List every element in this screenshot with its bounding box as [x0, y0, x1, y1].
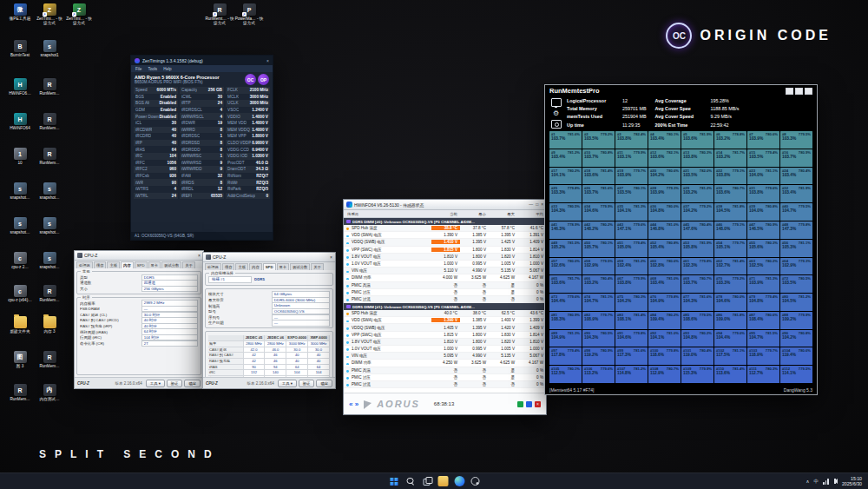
minimize-icon[interactable] — [786, 88, 793, 95]
maximize-icon[interactable] — [795, 88, 803, 95]
gear-icon[interactable]: ⚙ — [552, 109, 561, 117]
sensor-row[interactable]: PMIC 过压否否是0 % — [344, 374, 546, 381]
status-ok-icon[interactable] — [517, 401, 523, 407]
sensor-row[interactable]: VDD (SWA) 电压1.390 V1.385 V1.395 V1.391 V — [344, 232, 546, 239]
sensor-row[interactable]: VDD (SWA) 电压1.390 V1.385 V1.400 V1.399 V — [344, 317, 546, 324]
column-header-1[interactable]: 当前 — [431, 212, 460, 216]
tab-2[interactable]: 主板 — [235, 263, 248, 270]
close-icon[interactable]: × — [198, 253, 201, 258]
tab-1[interactable]: 缓存 — [94, 261, 107, 268]
sensor-row[interactable]: VDDQ (SWB) 电压1.405 V1.395 V1.420 V1.409 … — [344, 324, 546, 331]
column-header-2[interactable]: 最小 — [460, 212, 489, 216]
tab-6[interactable]: 测试分数 — [290, 263, 310, 270]
tools-button[interactable]: 工具 ▾ — [146, 380, 165, 387]
desktop-icon[interactable]: HHWiNFO6… — [5, 78, 35, 96]
sensor-section-header[interactable]: DDR5 DIMM [#0]: Unknown OCK603056Q-VS [P… — [344, 218, 546, 225]
desktop-icon[interactable]: ssnapshot1 — [35, 40, 64, 57]
edge-icon[interactable] — [455, 476, 465, 486]
desktop-icon[interactable]: ssnapshot… — [35, 182, 64, 200]
desktop-icon[interactable]: BBurnInTest — [5, 40, 35, 57]
sensor-row[interactable]: VIN 电压5.095 V4.990 V5.135 V5.067 V — [344, 353, 546, 360]
sensor-row[interactable]: VPP (SWC) 电压1.815 V1.800 V1.830 V1.814 V — [344, 247, 546, 254]
desktop-icon[interactable]: ssnapshot… — [5, 217, 35, 235]
sensor-row[interactable]: VPP (SWC) 电压1.815 V1.800 V1.830 V1.814 V — [344, 332, 546, 339]
tab-6[interactable]: 测试分数 — [161, 261, 181, 268]
desktop-icon[interactable]: Z↗ZenTimi… - 快捷方式 — [64, 3, 94, 26]
tab-5[interactable]: 显卡 — [148, 261, 161, 268]
desktop-icon[interactable]: RRunMem… — [35, 351, 64, 368]
cpuz-titlebar[interactable]: CPU-Z × — [203, 253, 335, 262]
close-icon[interactable]: × — [541, 202, 543, 207]
desktop-icon[interactable]: 110 — [5, 148, 35, 165]
ok-button[interactable]: 确定 — [184, 380, 201, 387]
sensor-row[interactable]: PMIC 过流否否否0 % — [344, 296, 546, 303]
tab-3[interactable]: 内存 — [249, 263, 262, 270]
desktop-icon[interactable]: ssnapshot… — [5, 182, 35, 200]
tab-4[interactable]: SPD — [263, 263, 276, 270]
close-icon[interactable]: × — [535, 401, 541, 407]
desktop-icon[interactable]: R↗RunMemt… - 快捷方式 — [205, 3, 234, 26]
desktop-icon[interactable]: ssnapshot… — [35, 252, 64, 269]
start-icon[interactable] — [389, 476, 399, 486]
column-header-3[interactable]: 最大 — [489, 212, 517, 216]
sensor-row[interactable]: PMIC 高温否否是0 % — [344, 282, 546, 289]
desktop-icon[interactable]: ccpu-z (x64)… — [5, 285, 35, 302]
sensor-row[interactable]: PMIC 过流否否否0 % — [344, 381, 546, 388]
desktop-icon[interactable]: 新建文件夹 — [5, 316, 35, 334]
tab-4[interactable]: SPD — [135, 261, 148, 268]
hwinfo-titlebar[interactable]: HWiNFO64 V6.26-5130 - 传感器状态 — □ × — [344, 200, 546, 210]
tab-0[interactable]: 处理器 — [76, 261, 93, 268]
desktop-icon[interactable]: 微微PE工具箱 — [5, 3, 35, 21]
menu-item-help[interactable]: Help — [163, 67, 171, 71]
tab-1[interactable]: 缓存 — [222, 263, 235, 270]
desktop-icon[interactable]: RRunMem… — [5, 384, 35, 401]
ok-button[interactable]: 确定 — [316, 380, 332, 387]
sensor-row[interactable]: DIMM 功率4.000 W3.625 W4.625 W4.167 W — [344, 274, 546, 281]
sensor-row[interactable]: SPD Hub 温度40.0 °C38.0 °C62.5 °C43.6 °C — [344, 310, 546, 317]
sensor-row[interactable]: PMIC 过压否否是0 % — [344, 289, 546, 296]
tab-0[interactable]: 处理器 — [205, 263, 221, 270]
sensor-row[interactable]: 1.0V VOUT 电压1.000 V0.995 V1.005 V1.000 V — [344, 346, 546, 353]
tab-7[interactable]: 关于 — [311, 263, 324, 270]
menu-item-file[interactable]: File — [135, 67, 141, 71]
desktop-icon[interactable]: ssnapshot… — [35, 217, 64, 235]
tray-chevron-icon[interactable]: ∧ — [806, 479, 810, 484]
desktop-icon[interactable]: RRunMem… — [35, 285, 64, 302]
desktop-icon[interactable]: 内内存测试… — [35, 384, 64, 401]
taskview-icon[interactable] — [422, 476, 432, 486]
cpuz-titlebar[interactable]: CPU-Z × — [75, 251, 203, 261]
desktop-icon[interactable]: RRunMem… — [35, 113, 64, 130]
expand-arrows-icon[interactable]: « » — [349, 400, 358, 408]
desktop-icon[interactable]: HHWiNFO64 — [5, 113, 35, 130]
tab-5[interactable]: 显卡 — [277, 263, 290, 270]
menu-item-tools[interactable]: Tools — [148, 67, 157, 71]
sensor-row[interactable]: 1.8V VOUT 电压1.810 V1.800 V1.820 V1.810 V — [344, 254, 546, 261]
maximize-icon[interactable]: □ — [536, 202, 538, 207]
column-header-0[interactable]: 传感器 — [344, 212, 431, 216]
desktop-icon[interactable]: ccpu-z 2… — [5, 252, 35, 269]
sensor-row[interactable]: 1.8V VOUT 电压1.810 V1.800 V1.820 V1.810 V — [344, 339, 546, 346]
clock[interactable]: 15:10 2025/6/30 — [842, 476, 862, 486]
search-icon[interactable] — [405, 476, 416, 486]
ime-indicator[interactable]: 中 — [814, 479, 819, 485]
desktop-icon[interactable]: 图图 3 — [5, 351, 35, 368]
volume-icon[interactable] — [834, 479, 838, 484]
desktop-icon[interactable]: Z↗ZenTimi… - 快捷方式 — [35, 3, 64, 26]
zentimings-titlebar[interactable]: ZenTimings 1.3.4.1582 (debug) × — [131, 56, 273, 65]
close-icon[interactable] — [805, 88, 812, 95]
validate-button[interactable]: 验证 — [299, 380, 315, 387]
tab-2[interactable]: 主板 — [107, 261, 120, 268]
validate-button[interactable]: 验证 — [167, 380, 183, 387]
sensor-section-header[interactable]: DDR5 DIMM [#1]: Unknown OCK603056Q-VS [P… — [344, 303, 546, 310]
sensor-row[interactable]: 1.0V VOUT 电压1.000 V0.995 V1.005 V1.000 V — [344, 261, 546, 268]
display-icon[interactable] — [551, 98, 562, 107]
desktop-icon[interactable]: P↗PowerMa… - 快捷方式 — [234, 3, 264, 26]
sensor-row[interactable]: DIMM 功率4.250 W3.625 W4.625 W4.167 W — [344, 360, 546, 367]
minimize-icon[interactable]: — — [529, 202, 533, 207]
desktop-icon[interactable]: RRunMem… — [35, 148, 64, 165]
tab-3[interactable]: 内存 — [121, 261, 134, 268]
network-icon[interactable] — [823, 479, 830, 485]
sensor-row[interactable]: VDDQ (SWB) 电压1.410 V1.395 V1.425 V1.409 … — [344, 239, 546, 246]
explorer-icon[interactable] — [438, 476, 449, 486]
settings-icon[interactable] — [471, 477, 480, 486]
